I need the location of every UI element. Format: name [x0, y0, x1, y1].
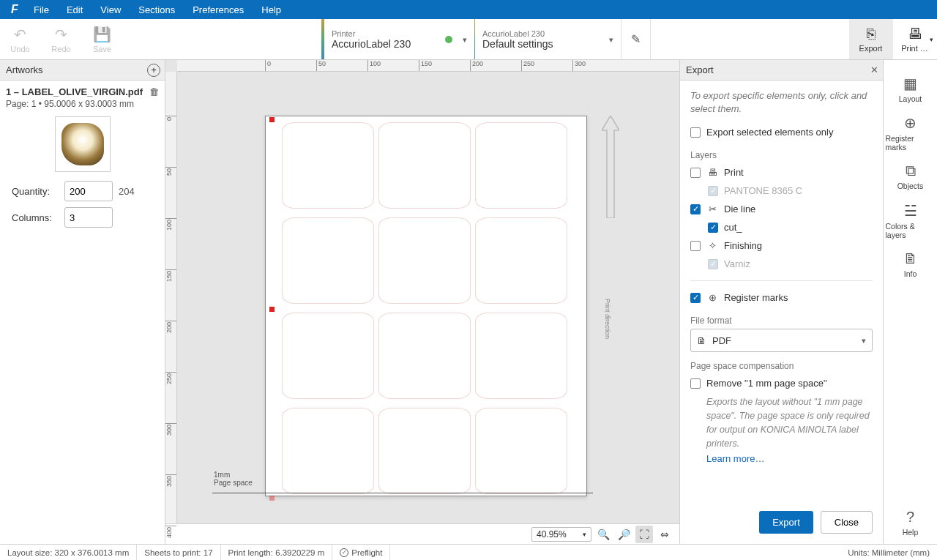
zoom-out-button[interactable]: 🔍 [594, 526, 612, 543]
status-units[interactable]: Units: Millimeter (mm) [840, 548, 937, 557]
zoom-combo[interactable]: 40.95% ▾ [531, 527, 591, 542]
printer-status-ok-icon [445, 36, 452, 43]
layer-print-sub-checkbox[interactable]: ✓ PANTONE 8365 C [690, 182, 873, 200]
fit-page-button[interactable]: ⛶ [635, 526, 653, 543]
layer-finishing-sub-checkbox[interactable]: ✓ Varniz [690, 255, 873, 273]
export-panel-header: Export ✕ [680, 60, 883, 81]
scissors-icon: ✂ [706, 204, 718, 214]
close-icon: ✕ [870, 64, 878, 75]
edit-settings-button[interactable]: ✎ [621, 19, 651, 59]
print-button[interactable]: 🖶 Print … ▾ [893, 19, 937, 59]
close-panel-button[interactable]: ✕ [870, 64, 878, 75]
artwork-subtitle: Page: 1 • 95.0006 x 93.0003 mm [6, 99, 159, 109]
save-icon: 💾 [93, 26, 111, 43]
checkbox-icon: ✓ [690, 293, 701, 303]
print-direction-label: Print direction [604, 299, 611, 339]
columns-label: Columns: [12, 212, 59, 223]
layer-die-label: Die line [724, 204, 755, 214]
checkbox-icon: ✓ [708, 186, 718, 196]
zoom-value: 40.95% [537, 529, 567, 540]
settings-label: AccurioLabel 230 [482, 29, 553, 38]
printer-label: Printer [332, 29, 411, 38]
rail-objects-button[interactable]: ⧉Objects [886, 155, 936, 198]
help-icon: ? [906, 509, 914, 526]
file-format-title: File format [690, 316, 873, 326]
remove-page-space-label: Remove "1 mm page space" [706, 378, 827, 389]
print-direction-arrow-icon [602, 116, 619, 218]
export-panel: Export ✕ To export specific elements onl… [679, 60, 883, 544]
printer-dropdown[interactable]: Printer AccurioLabel 230 ▾ [321, 19, 475, 59]
fit-width-icon: ⇔ [660, 529, 669, 540]
settings-value: Default settings [482, 38, 553, 50]
export-selected-label: Export selected elements only [706, 127, 833, 138]
layer-register-checkbox[interactable]: ✓ ⊕ Register marks [690, 288, 873, 307]
quantity-input[interactable] [64, 181, 113, 201]
menu-preferences[interactable]: Preferences [184, 0, 253, 19]
rail-colors-button[interactable]: ☱Colors & layers [886, 199, 936, 242]
menu-help[interactable]: Help [253, 0, 290, 19]
register-mark-icon [269, 117, 275, 122]
undo-button[interactable]: ↶ Undo [0, 19, 41, 59]
checkbox-icon [690, 168, 701, 178]
right-rail: ▦Layout ⊕Register marks ⧉Objects ☱Colors… [883, 60, 937, 544]
redo-icon: ↷ [55, 26, 67, 43]
save-button[interactable]: 💾 Save [82, 19, 123, 59]
status-preflight[interactable]: ✓ Preflight [332, 545, 390, 560]
layers-section-title: Layers [690, 150, 873, 160]
canvas-viewport[interactable]: Print direction 1mm Page space [177, 72, 679, 523]
checkbox-icon [690, 127, 701, 138]
statusbar: Layout size: 320 x 376.0013 mm Sheets to… [0, 544, 937, 560]
redo-label: Redo [51, 45, 70, 53]
add-artwork-button[interactable]: + [147, 64, 160, 77]
status-sheets: Sheets to print: 17 [137, 545, 220, 560]
zoom-in-icon: 🔎 [618, 529, 630, 540]
export-button[interactable]: ⎘ Export [849, 19, 893, 59]
layer-finishing-checkbox[interactable]: ✧ Finishing [690, 236, 873, 255]
artwork-item[interactable]: 1 – LABEL_OLIVE_VIRGIN.pdf 🗑 Page: 1 • 9… [0, 81, 165, 231]
page-comp-title: Page space compensation [690, 361, 873, 371]
export-selected-checkbox[interactable]: Export selected elements only [690, 123, 873, 141]
layer-die-checkbox[interactable]: ✓ ✂ Die line [690, 200, 873, 218]
menu-view[interactable]: View [92, 0, 130, 19]
label-die-outline [378, 122, 471, 209]
rail-help-button[interactable]: ?Help [886, 501, 936, 544]
chevron-down-icon: ▾ [862, 336, 866, 346]
label-die-outline [378, 313, 471, 399]
check-circle-icon: ✓ [340, 548, 348, 557]
label-die-outline [282, 217, 374, 304]
checkbox-icon: ✓ [708, 259, 718, 269]
zoom-in-button[interactable]: 🔎 [615, 526, 632, 543]
close-button[interactable]: Close [821, 511, 873, 534]
menu-sections[interactable]: Sections [130, 0, 184, 19]
redo-button[interactable]: ↷ Redo [41, 19, 82, 59]
layer-print-label: Print [724, 167, 744, 178]
menu-edit[interactable]: Edit [58, 0, 92, 19]
columns-input[interactable] [64, 207, 113, 228]
layer-finishing-sub-label: Varniz [724, 258, 750, 269]
artwork-title-text: 1 – LABEL_OLIVE_VIRGIN.pdf [6, 86, 143, 97]
pencil-icon: ✎ [631, 32, 641, 46]
zoom-bar: 40.95% ▾ 🔍 🔎 ⛶ ⇔ [165, 523, 679, 544]
delete-artwork-button[interactable]: 🗑 [149, 86, 159, 97]
print-label: Print … [901, 44, 928, 53]
checkbox-icon [690, 378, 701, 389]
finishing-icon: ✧ [706, 240, 718, 251]
artwork-thumbnail[interactable] [55, 116, 111, 172]
label-die-outline [475, 217, 567, 304]
menu-file[interactable]: File [25, 0, 58, 19]
rail-info-button[interactable]: 🗎Info [886, 243, 936, 285]
page-sheet[interactable] [265, 116, 587, 496]
menubar: F File Edit View Sections Preferences He… [0, 0, 937, 19]
printer-settings-dropdown[interactable]: AccurioLabel 230 Default settings ▾ [475, 19, 621, 59]
page-space-underline [212, 493, 593, 493]
learn-more-link[interactable]: Learn more… [706, 453, 873, 464]
layer-print-checkbox[interactable]: 🖶 Print [690, 163, 873, 182]
export-confirm-button[interactable]: Export [759, 511, 813, 534]
rail-layout-button[interactable]: ▦Layout [886, 67, 936, 110]
layer-die-sub-checkbox[interactable]: ✓ cut_ [690, 218, 873, 236]
file-format-dropdown[interactable]: 🗎 PDF ▾ [690, 329, 873, 352]
remove-page-space-checkbox[interactable]: Remove "1 mm page space" [690, 374, 873, 392]
layout-icon: ▦ [903, 75, 917, 92]
rail-register-button[interactable]: ⊕Register marks [886, 111, 936, 154]
fit-width-button[interactable]: ⇔ [656, 526, 673, 543]
